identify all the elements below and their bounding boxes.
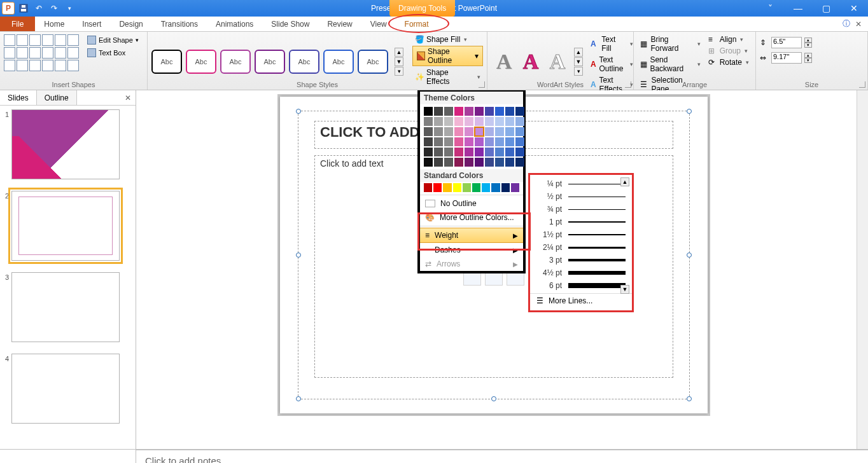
edit-shape-button[interactable]: Edit Shape▾ (84, 34, 142, 46)
color-swatch[interactable] (495, 158, 504, 167)
color-swatch[interactable] (515, 117, 524, 126)
color-swatch[interactable] (485, 117, 494, 126)
color-swatch[interactable] (444, 137, 453, 146)
slide-thumb-1[interactable] (11, 109, 120, 179)
wordart-thumb-2[interactable]: A (518, 48, 543, 75)
color-swatch[interactable] (424, 137, 433, 146)
color-swatch[interactable] (465, 107, 473, 116)
slide-thumb-2[interactable] (11, 191, 120, 261)
slides-tab[interactable]: Slides (0, 90, 37, 105)
color-swatch[interactable] (485, 148, 494, 156)
color-swatch[interactable] (434, 148, 443, 156)
tab-slideshow[interactable]: Slide Show (262, 17, 318, 31)
height-spin-down[interactable]: ▾ (804, 43, 812, 48)
no-outline-item[interactable]: No Outline (420, 197, 523, 211)
color-swatch[interactable] (444, 107, 453, 116)
width-spin-up[interactable]: ▴ (804, 53, 812, 58)
color-swatch[interactable] (424, 183, 432, 192)
shape-outline-button[interactable]: Shape Outline▾ (412, 46, 483, 66)
color-swatch[interactable] (434, 127, 443, 136)
doc-close-button[interactable]: ✕ (855, 20, 862, 29)
tab-design[interactable]: Design (110, 17, 151, 31)
bring-forward-button[interactable]: ▦Bring Forward▾ (638, 34, 703, 53)
height-spin-up[interactable]: ▴ (804, 38, 812, 43)
qat-customize-button[interactable]: ▾ (62, 1, 76, 15)
color-swatch[interactable] (491, 183, 500, 192)
color-swatch[interactable] (454, 158, 463, 167)
color-swatch[interactable] (495, 137, 504, 146)
color-swatch[interactable] (444, 148, 453, 156)
qat-undo-button[interactable]: ↶ (32, 1, 46, 15)
color-swatch[interactable] (434, 107, 443, 116)
color-swatch[interactable] (485, 107, 494, 116)
color-swatch[interactable] (475, 117, 484, 126)
group-button[interactable]: ⊞Group▾ (706, 46, 752, 56)
color-swatch[interactable] (505, 107, 514, 116)
wordart-scroll-down[interactable]: ▼ (574, 57, 583, 66)
shape-width-field[interactable]: ⇔ 9.17" ▴▾ (760, 52, 864, 64)
ribbon-minimize-button[interactable]: ˅ (756, 0, 784, 17)
color-swatch[interactable] (482, 183, 490, 192)
wordart-thumb-3[interactable]: A (545, 48, 570, 75)
color-swatch[interactable] (475, 127, 484, 136)
color-swatch[interactable] (424, 158, 433, 167)
wordart-launcher[interactable] (625, 81, 631, 88)
color-swatch[interactable] (454, 127, 463, 136)
rotate-button[interactable]: ⟳Rotate▾ (706, 57, 752, 67)
color-swatch[interactable] (465, 158, 473, 167)
size-launcher[interactable] (859, 81, 865, 88)
weight-scroll-down[interactable]: ▼ (620, 285, 629, 294)
color-swatch[interactable] (472, 183, 480, 192)
color-swatch[interactable] (475, 158, 484, 167)
weight-option[interactable]: 1 pt (530, 216, 632, 228)
gallery-more[interactable]: ▾ (395, 67, 403, 76)
color-swatch[interactable] (453, 183, 461, 192)
color-swatch[interactable] (463, 183, 471, 192)
text-fill-button[interactable]: AText Fill▾ (588, 34, 636, 53)
more-lines-item[interactable]: ☰More Lines... (530, 293, 632, 308)
color-swatch[interactable] (495, 148, 504, 156)
color-swatch[interactable] (434, 137, 443, 146)
gallery-scroll-up[interactable]: ▲ (395, 48, 403, 57)
tab-view[interactable]: View (361, 17, 396, 31)
width-spin-down[interactable]: ▾ (804, 58, 812, 63)
color-swatch[interactable] (505, 137, 514, 146)
align-button[interactable]: ≡Align▾ (706, 34, 752, 45)
color-swatch[interactable] (475, 137, 484, 146)
color-swatch[interactable] (444, 127, 453, 136)
color-swatch[interactable] (454, 117, 463, 126)
color-swatch[interactable] (505, 117, 514, 126)
qat-redo-button[interactable]: ↷ (47, 1, 61, 15)
weight-option[interactable]: 1½ pt (530, 228, 632, 241)
color-swatch[interactable] (465, 137, 473, 146)
weight-option[interactable]: 3 pt (530, 254, 632, 266)
window-minimize-button[interactable]: — (784, 0, 812, 17)
slide-thumb-4[interactable] (11, 354, 120, 424)
color-swatch[interactable] (515, 148, 524, 156)
color-swatch[interactable] (495, 117, 504, 126)
wordart-thumb-1[interactable]: A (491, 48, 517, 75)
tab-review[interactable]: Review (318, 17, 361, 31)
color-swatch[interactable] (475, 148, 484, 156)
tab-transitions[interactable]: Transitions (152, 17, 207, 31)
color-swatch[interactable] (515, 137, 524, 146)
color-swatch[interactable] (485, 137, 494, 146)
tab-home[interactable]: Home (35, 17, 73, 31)
weight-option[interactable]: ½ pt (530, 190, 632, 203)
window-maximize-button[interactable]: ▢ (812, 0, 840, 17)
vertical-scrollbar[interactable] (857, 90, 868, 449)
color-swatch[interactable] (424, 127, 433, 136)
wordart-more[interactable]: ▾ (574, 67, 583, 76)
color-swatch[interactable] (424, 148, 433, 156)
outline-tab[interactable]: Outline (37, 90, 77, 105)
color-swatch[interactable] (443, 183, 451, 192)
send-backward-button[interactable]: ▦Send Backward▾ (638, 55, 703, 74)
color-swatch[interactable] (433, 183, 442, 192)
color-swatch[interactable] (495, 107, 504, 116)
tab-insert[interactable]: Insert (73, 17, 110, 31)
color-swatch[interactable] (424, 117, 433, 126)
color-swatch[interactable] (444, 158, 453, 167)
weight-item[interactable]: ≡Weight▶ (420, 228, 523, 243)
weight-option[interactable]: 6 pt (530, 279, 632, 292)
qat-save-button[interactable] (17, 1, 31, 15)
